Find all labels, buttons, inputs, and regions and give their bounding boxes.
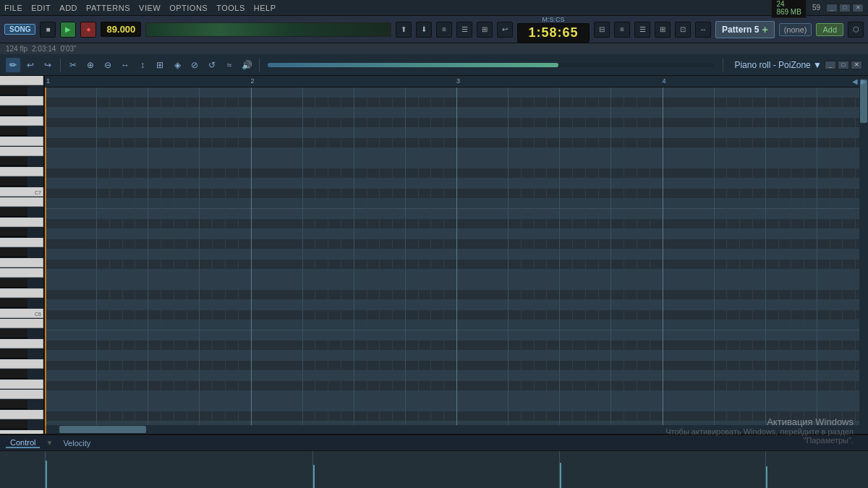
quantize-button[interactable]: ⊞ xyxy=(153,58,167,72)
piano-key-B5[interactable] xyxy=(0,319,43,328)
strum-button[interactable]: ≈ xyxy=(222,58,237,72)
menu-options[interactable]: OPTIONS xyxy=(169,4,208,12)
piano-key-A#6[interactable] xyxy=(0,207,27,217)
mixer-button[interactable]: ⬇ xyxy=(416,22,432,38)
pattern-selector[interactable]: Pattern 5 + xyxy=(715,21,775,38)
roll-close[interactable]: ✕ xyxy=(851,61,862,69)
piano-key-C6[interactable]: C6 xyxy=(0,309,43,318)
pattern-button2[interactable]: ⊞ xyxy=(477,22,493,38)
piano-key-A#7[interactable] xyxy=(0,86,27,95)
menu-view[interactable]: VIEW xyxy=(139,4,161,12)
horizontal-scrollbar[interactable] xyxy=(45,425,868,434)
mixer-view-button[interactable]: ⊟ xyxy=(594,22,610,38)
piano-key-D#5[interactable] xyxy=(0,400,27,409)
none-dropdown[interactable]: (none) xyxy=(779,23,812,36)
piano-key-F7[interactable] xyxy=(0,137,43,146)
velocity-tab[interactable]: Velocity xyxy=(59,439,95,448)
add-button[interactable]: Add xyxy=(816,23,843,36)
roll-title-arrow[interactable]: ▼ xyxy=(813,60,822,70)
piano-key-D6[interactable] xyxy=(0,288,43,298)
piano-key-C5[interactable]: C5 xyxy=(0,430,43,434)
piano-key-D5[interactable] xyxy=(0,410,43,419)
grid-area[interactable]: 1 2 3 4 5 A4F#4G#4E4 ◀ ▶ xyxy=(45,76,868,434)
piano-key-A#5[interactable] xyxy=(0,329,27,338)
bpm-display[interactable]: 89.000 xyxy=(101,22,141,37)
menu-edit[interactable]: EDIT xyxy=(31,4,51,12)
piano-key-G#6[interactable] xyxy=(0,228,27,237)
settings-button[interactable]: ☰ xyxy=(456,22,472,38)
roll-maximize[interactable]: □ xyxy=(838,61,849,69)
piano-key-E7[interactable] xyxy=(0,147,43,156)
play-button[interactable]: ▶ xyxy=(60,22,76,38)
h-scrollbar-thumb[interactable] xyxy=(59,426,146,433)
step-seq-button[interactable]: ⊡ xyxy=(675,22,691,38)
draw-tool[interactable]: ✏ xyxy=(6,58,20,72)
grid-canvas[interactable]: A4F#4G#4E4 xyxy=(45,87,868,434)
maximize-button[interactable]: □ xyxy=(839,4,851,12)
vertical-scrollbar[interactable] xyxy=(859,76,868,425)
scroll-left-arrow[interactable]: ◀ xyxy=(852,77,858,85)
piano-key-A5[interactable] xyxy=(0,339,43,348)
pattern-add-icon[interactable]: + xyxy=(762,24,767,35)
piano-key-C#6[interactable] xyxy=(0,299,27,308)
roll-minimize[interactable]: _ xyxy=(825,61,836,69)
piano-key-C#7[interactable] xyxy=(0,177,27,187)
piano-key-D7[interactable] xyxy=(0,167,43,176)
piano-key-B6[interactable] xyxy=(0,197,43,207)
beat-line xyxy=(610,87,611,434)
piano-key-A6[interactable] xyxy=(0,218,43,227)
piano-key-D#7[interactable] xyxy=(0,157,27,166)
piano-key-F#5[interactable] xyxy=(0,369,27,379)
record-to-pattern[interactable]: ⬡ xyxy=(848,22,864,38)
loop-tool[interactable]: ↺ xyxy=(205,58,219,72)
magnet-button[interactable]: ◈ xyxy=(170,58,184,72)
piano-key-G5[interactable] xyxy=(0,359,43,369)
menu-tools[interactable]: TOOLS xyxy=(216,4,245,12)
piano-key-F6[interactable] xyxy=(0,258,43,267)
zoom-out-button[interactable]: ⊖ xyxy=(101,58,115,72)
stop-button[interactable]: ■ xyxy=(40,22,56,38)
piano-key-G#5[interactable] xyxy=(0,349,27,359)
flip-v-button[interactable]: ↕ xyxy=(135,58,150,72)
piano-roll-button[interactable]: ⊞ xyxy=(655,22,671,38)
menu-add[interactable]: ADD xyxy=(59,4,77,12)
control-content[interactable] xyxy=(0,451,868,488)
control-tab[interactable]: Control xyxy=(6,438,40,448)
scroll-right-arrow[interactable]: ▶ xyxy=(861,77,867,85)
loop-button[interactable]: ↩ xyxy=(497,22,513,38)
v-scrollbar-thumb[interactable] xyxy=(860,80,867,123)
piano-key-B7[interactable] xyxy=(0,76,43,85)
select-tool[interactable]: ✂ xyxy=(66,58,80,72)
undo-button[interactable]: ↩ xyxy=(23,58,38,72)
record-mode-button[interactable]: ⬆ xyxy=(396,22,412,38)
menu-patterns[interactable]: PATTERNS xyxy=(86,4,130,12)
browser-button[interactable]: ☰ xyxy=(634,22,650,38)
menu-help[interactable]: HELP xyxy=(254,4,276,12)
piano-key-C7[interactable]: C7 xyxy=(0,187,43,197)
volume-button[interactable]: 🔊 xyxy=(239,58,254,72)
piano-keyboard[interactable]: // Will render via JS below C7C6C5C4C3C2 xyxy=(0,76,45,434)
flip-h-button[interactable]: ↔ xyxy=(118,58,132,72)
menu-file[interactable]: FILE xyxy=(4,4,22,12)
minimize-button[interactable]: _ xyxy=(826,4,838,12)
playlist-button[interactable]: ≡ xyxy=(614,22,630,38)
piano-key-C#5[interactable] xyxy=(0,420,27,429)
settings2-button[interactable]: ⊘ xyxy=(187,58,202,72)
export-button[interactable]: ≡ xyxy=(436,22,452,38)
piano-key-A7[interactable] xyxy=(0,96,43,106)
piano-key-E6[interactable] xyxy=(0,268,43,278)
redo-button[interactable]: ↪ xyxy=(41,58,55,72)
zoom-in-button[interactable]: ⊕ xyxy=(83,58,98,72)
piano-key-F#6[interactable] xyxy=(0,248,27,257)
record-button[interactable]: ● xyxy=(80,22,96,38)
piano-key-G7[interactable] xyxy=(0,116,43,126)
piano-key-F#7[interactable] xyxy=(0,127,27,136)
piano-key-G6[interactable] xyxy=(0,238,43,247)
close-button[interactable]: ✕ xyxy=(852,4,864,12)
piano-key-F5[interactable] xyxy=(0,380,43,389)
piano-key-E5[interactable] xyxy=(0,390,43,399)
piano-key-D#6[interactable] xyxy=(0,278,27,288)
plugin-picker[interactable]: ↔ xyxy=(695,22,711,38)
song-mode-button[interactable]: SONG xyxy=(4,24,35,35)
piano-key-G#7[interactable] xyxy=(0,106,27,116)
